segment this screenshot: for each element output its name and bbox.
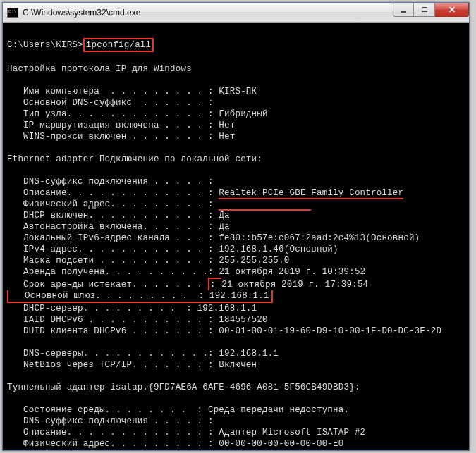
minimize-button[interactable] xyxy=(393,3,414,17)
eth-dhcp-line: DHCP включен. . . . . . . . . . . : Да xyxy=(7,211,230,221)
prompt-line-1: C:\Users\KIRS>ipconfig/all xyxy=(7,40,154,50)
wins-proxy-line: WINS-прокси включен . . . . . . . : Нет xyxy=(7,132,235,142)
eth-subnet-line: Маска подсети . . . . . . . . . . : 255.… xyxy=(7,256,289,266)
eth-lease-exp-line: Срок аренды истекает. . . . . . . : 21 о… xyxy=(7,280,368,290)
gateway-highlight: Основной шлюз. . . . . . . . . : 192.168… xyxy=(7,290,273,303)
eth-dns-suffix-line: DNS-суффикс подключения . . . . . : xyxy=(7,177,214,187)
ip-routing-line: IP-маршрутизация включена . . . . : Нет xyxy=(7,120,235,130)
mac-redacted-highlight xyxy=(219,199,311,211)
minimize-icon xyxy=(401,11,406,13)
isatap-media-line: Состояние среды. . . . . . . . : Среда п… xyxy=(7,405,349,415)
close-icon: ✕ xyxy=(448,5,456,15)
close-button[interactable]: ✕ xyxy=(435,3,469,17)
command-highlight: ipconfig/all xyxy=(83,38,154,52)
primary-dns-suffix-line: Основной DNS-суффикс . . . . . . : xyxy=(7,98,214,108)
host-name-line: Имя компьютера . . . . . . . . . : KIRS-… xyxy=(7,87,257,97)
eth-lease-obt-line: Аренда получена. . . . . . . . . .: 21 о… xyxy=(7,267,365,277)
terminal-output[interactable]: C:\Users\KIRS>ipconfig/all Настройка про… xyxy=(3,23,469,450)
titlebar[interactable]: C:\Windows\system32\cmd.exe ✕ xyxy=(3,3,469,23)
node-type-line: Тип узла. . . . . . . . . . . . . : Гибр… xyxy=(7,109,268,119)
window-buttons: ✕ xyxy=(393,3,469,22)
nic-description-highlight: Realtek PCIe GBE Family Controller xyxy=(219,188,403,199)
eth-physaddr-line: Физический адрес. . . . . . . . . : xyxy=(7,199,311,211)
maximize-button[interactable] xyxy=(414,3,435,17)
isatap-desc-line: Описание. . . . . . . . . . . . . : Адап… xyxy=(7,428,365,438)
eth-gateway-line: Основной шлюз. . . . . . . . . : 192.168… xyxy=(7,291,273,301)
lease-exp-box-top: : xyxy=(208,278,221,290)
eth-netbios-line: NetBios через TCP/IP. . . . . . . : Вклю… xyxy=(7,360,257,370)
eth-ipv6-line: Локальный IPv6-адрес канала . . . : fe80… xyxy=(7,233,420,243)
ethernet-header: Ethernet adapter Подключение по локально… xyxy=(7,154,262,164)
eth-ipv4-line: IPv4-адрес. . . . . . . . . . . . : 192.… xyxy=(7,244,338,254)
eth-iaid-line: IAID DHCPv6 . . . . . . . . . . . : 1845… xyxy=(7,315,268,325)
eth-dns-servers-line: DNS-серверы. . . . . . . . . . . .: 192.… xyxy=(7,349,279,359)
isatap-physaddr-line: Физический адрес. . . . . . . . . : 00-0… xyxy=(7,439,343,449)
cmd-icon xyxy=(7,8,18,18)
window-title: C:\Windows\system32\cmd.exe xyxy=(23,8,393,18)
isatap-header: Туннельный адаптер isatap.{9FD7AE6A-6AFE… xyxy=(7,383,360,392)
eth-description-line: Описание. . . . . . . . . . . . . : Real… xyxy=(7,188,403,199)
section-header-ipconfig: Настройка протокола IP для Windows xyxy=(7,64,192,74)
eth-autoconf-line: Автонастройка включена. . . . . . : Да xyxy=(7,222,230,232)
maximize-icon xyxy=(422,7,427,12)
eth-dhcp-server-line: DHCP-сервер. . . . . . . . . : 192.168.1… xyxy=(7,304,257,314)
eth-duid-line: DUID клиента DHCPv6 . . . . . . . : 00-0… xyxy=(7,326,441,336)
cmd-window: C:\Windows\system32\cmd.exe ✕ C:\Users\K… xyxy=(2,2,470,451)
isatap-dns-suffix-line: DNS-суффикс подключения . . . . . : xyxy=(7,416,214,426)
